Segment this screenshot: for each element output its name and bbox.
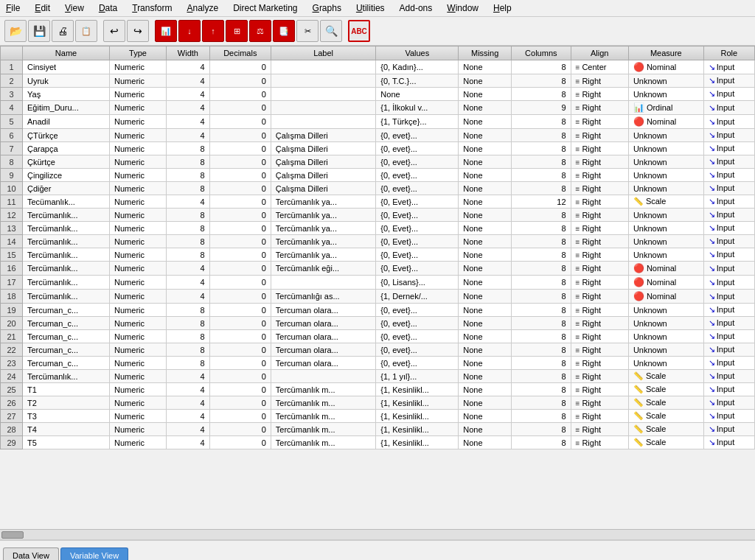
cell-align[interactable]: ≡Right — [571, 155, 628, 169]
cell-width[interactable]: 4 — [167, 129, 210, 142]
chart-button[interactable]: 📊 — [155, 20, 177, 42]
cell-decimals[interactable]: 0 — [209, 169, 271, 182]
cell-role[interactable]: ↘Input — [703, 115, 754, 129]
table-row[interactable]: 26T2Numeric40Tercümanlık m...{1, Kesinli… — [1, 396, 755, 410]
cell-values[interactable]: {1, Türkçe}... — [376, 115, 459, 129]
cell-align[interactable]: ≡Right — [571, 129, 628, 142]
col-header-columns[interactable]: Columns — [512, 46, 571, 60]
cell-decimals[interactable]: 0 — [209, 317, 271, 330]
menu-add-ons[interactable]: Add-ons — [397, 1, 436, 15]
cell-missing[interactable]: None — [459, 290, 512, 304]
cell-missing[interactable]: None — [459, 370, 512, 383]
cell-type[interactable]: Numeric — [110, 276, 167, 290]
cell-values[interactable]: {1, Kesinlikl... — [376, 436, 459, 449]
cell-missing[interactable]: None — [459, 142, 512, 155]
cell-width[interactable]: 4 — [167, 101, 210, 115]
cell-align[interactable]: ≡Right — [571, 222, 628, 235]
cell-values[interactable]: {0, evet}... — [376, 304, 459, 317]
cell-align[interactable]: ≡Right — [571, 343, 628, 357]
table-row[interactable]: 13Tercümanlık...Numeric80Tercümanlık ya.… — [1, 222, 755, 235]
cell-measure[interactable]: 📏Scale — [628, 410, 703, 423]
cell-measure[interactable]: Unknown — [628, 235, 703, 248]
cell-label[interactable]: Tercümanlık ya... — [271, 209, 375, 222]
cell-width[interactable]: 8 — [167, 248, 210, 262]
cell-role[interactable]: ↘Input — [703, 383, 754, 396]
cell-columns[interactable]: 8 — [512, 423, 571, 436]
menu-edit[interactable]: Edit — [32, 1, 53, 15]
table-row[interactable]: 8ÇkürtçeNumeric80Çalışma Dilleri{0, evet… — [1, 155, 755, 169]
cell-role[interactable]: ↘Input — [703, 101, 754, 115]
cell-missing[interactable]: None — [459, 343, 512, 357]
cell-decimals[interactable]: 0 — [209, 115, 271, 129]
cell-type[interactable]: Numeric — [110, 169, 167, 182]
cell-columns[interactable]: 8 — [512, 169, 571, 182]
cell-role[interactable]: ↘Input — [703, 330, 754, 343]
undo-button[interactable]: ↩ — [103, 20, 125, 42]
cell-label[interactable]: Tercümanlık m... — [271, 410, 375, 423]
cell-align[interactable]: ≡Right — [571, 423, 628, 436]
cell-type[interactable]: Numeric — [110, 115, 167, 129]
col-header-decimals[interactable]: Decimals — [209, 46, 271, 60]
table-row[interactable]: 19Tercuman_c...Numeric80Tercuman olara..… — [1, 304, 755, 317]
cell-name[interactable]: Tercümanlık... — [23, 290, 110, 304]
cell-decimals[interactable]: 0 — [209, 129, 271, 142]
cell-label[interactable]: Tercümanlık ya... — [271, 195, 375, 209]
table-row[interactable]: 20Tercuman_c...Numeric80Tercuman olara..… — [1, 317, 755, 330]
cell-values[interactable]: {0, evet}... — [376, 357, 459, 370]
cell-columns[interactable]: 8 — [512, 396, 571, 410]
cell-missing[interactable]: None — [459, 235, 512, 248]
cell-name[interactable]: T4 — [23, 423, 110, 436]
cell-columns[interactable]: 8 — [512, 142, 571, 155]
cell-type[interactable]: Numeric — [110, 357, 167, 370]
cell-align[interactable]: ≡Right — [571, 383, 628, 396]
cell-role[interactable]: ↘Input — [703, 370, 754, 383]
cell-values[interactable]: {0, Evet}... — [376, 248, 459, 262]
redo-button[interactable]: ↪ — [127, 20, 149, 42]
cell-align[interactable]: ≡Right — [571, 101, 628, 115]
cell-role[interactable]: ↘Input — [703, 129, 754, 142]
cell-type[interactable]: Numeric — [110, 74, 167, 88]
cell-values[interactable]: {0, evet}... — [376, 317, 459, 330]
cell-measure[interactable]: 🔴Nominal — [628, 115, 703, 129]
cell-align[interactable]: ≡Right — [571, 396, 628, 410]
cell-columns[interactable]: 8 — [512, 276, 571, 290]
cell-measure[interactable]: Unknown — [628, 343, 703, 357]
cell-align[interactable]: ≡Right — [571, 262, 628, 276]
cell-measure[interactable]: Unknown — [628, 330, 703, 343]
cell-missing[interactable]: None — [459, 423, 512, 436]
cell-align[interactable]: ≡Right — [571, 330, 628, 343]
cell-measure[interactable]: Unknown — [628, 142, 703, 155]
cell-decimals[interactable]: 0 — [209, 383, 271, 396]
cell-decimals[interactable]: 0 — [209, 101, 271, 115]
cell-type[interactable]: Numeric — [110, 235, 167, 248]
cell-columns[interactable]: 8 — [512, 343, 571, 357]
cell-missing[interactable]: None — [459, 317, 512, 330]
table-row[interactable]: 27T3Numeric40Tercümanlık m...{1, Kesinli… — [1, 410, 755, 423]
cell-align[interactable]: ≡Center — [571, 60, 628, 74]
cell-width[interactable]: 4 — [167, 74, 210, 88]
cell-missing[interactable]: None — [459, 60, 512, 74]
cell-name[interactable]: Tercümanlık... — [23, 262, 110, 276]
cell-align[interactable]: ≡Right — [571, 436, 628, 449]
col-header-label[interactable]: Label — [271, 46, 375, 60]
table-row[interactable]: 17Tercümanlık...Numeric40{0, Lisans}...N… — [1, 276, 755, 290]
cell-decimals[interactable]: 0 — [209, 436, 271, 449]
cell-values[interactable]: {0, T.C.}... — [376, 74, 459, 88]
cell-measure[interactable]: Unknown — [628, 209, 703, 222]
cell-type[interactable]: Numeric — [110, 410, 167, 423]
cell-align[interactable]: ≡Right — [571, 304, 628, 317]
menu-file[interactable]: File — [3, 1, 23, 15]
cell-label[interactable]: Çalışma Dilleri — [271, 129, 375, 142]
cell-name[interactable]: Cinsiyet — [23, 60, 110, 74]
cell-values[interactable]: {1, Kesinlikl... — [376, 423, 459, 436]
cell-decimals[interactable]: 0 — [209, 222, 271, 235]
cell-width[interactable]: 4 — [167, 410, 210, 423]
table-row[interactable]: 9ÇingilizceNumeric80Çalışma Dilleri{0, e… — [1, 169, 755, 182]
cell-missing[interactable]: None — [459, 182, 512, 195]
cell-missing[interactable]: None — [459, 410, 512, 423]
cell-columns[interactable]: 8 — [512, 383, 571, 396]
cell-decimals[interactable]: 0 — [209, 74, 271, 88]
cell-role[interactable]: ↘Input — [703, 276, 754, 290]
menu-window[interactable]: Window — [444, 1, 481, 15]
cell-role[interactable]: ↘Input — [703, 317, 754, 330]
